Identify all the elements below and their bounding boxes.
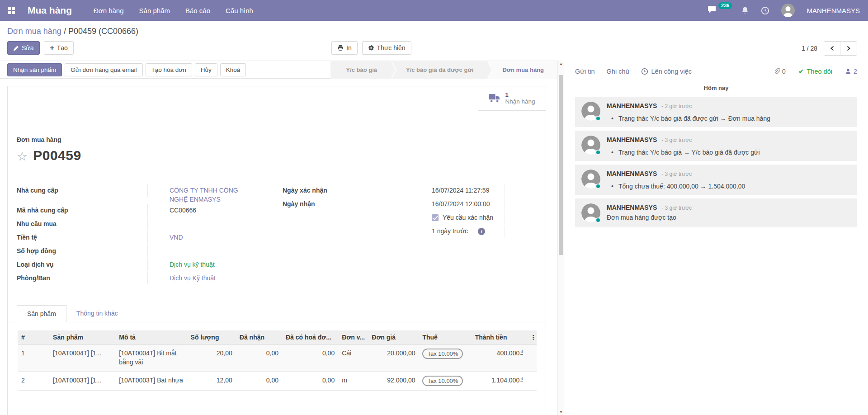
print-button[interactable]: In (331, 41, 358, 55)
username[interactable]: MANHENMASYS (807, 7, 860, 14)
cell-billed[interactable]: 0,00 (282, 344, 338, 372)
field-group-right: Ngày xác nhận 16/07/2024 11:27:59 Ngày n… (283, 184, 537, 285)
tab-products[interactable]: Sản phẩm (17, 305, 66, 322)
scrollbar-thumb[interactable] (559, 75, 563, 255)
vertical-scrollbar[interactable]: ▲ ▼ (557, 61, 564, 415)
col-uom[interactable]: Đơn v... (338, 330, 368, 344)
send-message-button[interactable]: Gửi tin (575, 68, 595, 75)
field-value-department[interactable]: Dịch vụ Kỹ thuật (148, 272, 271, 284)
cell-unit-price[interactable]: 92.000,00 (368, 371, 419, 390)
plus-icon: + (50, 44, 54, 52)
col-received[interactable]: Đã nhận (236, 330, 282, 344)
status-step-purchase-order[interactable]: Đơn mua hàng (487, 61, 557, 79)
message-author[interactable]: MANHENMASYS (607, 136, 657, 143)
table-row[interactable]: 1 [10AT0004T] [1... [10AT0004T] Bịt mắt … (18, 344, 537, 372)
field-group-left: Nhà cung cấp CÔNG TY TNHH CÔNG NGHỆ ENMA… (17, 184, 271, 285)
gear-icon (368, 45, 374, 51)
create-bill-button[interactable]: Tạo hóa đơn (146, 63, 192, 76)
cell-received[interactable]: 0,00 (236, 371, 282, 390)
field-label-purchase-need: Nhu cầu mua (17, 217, 148, 230)
receive-products-button[interactable]: Nhận sản phẩm (7, 63, 62, 76)
tab-other-info[interactable]: Thông tin khác (66, 305, 128, 322)
status-step-rfq-sent[interactable]: Y/c báo giá đã được gửi (391, 61, 487, 79)
confirm-reminder-checkbox[interactable] (432, 214, 439, 221)
pager-next-button[interactable] (840, 42, 857, 55)
table-row[interactable]: 2 [10AT0003T] [1... [10AT0003T] Bạt nhựa… (18, 371, 537, 390)
scroll-down-icon[interactable]: ▼ (558, 409, 564, 415)
messages-icon[interactable]: 236 (707, 5, 729, 15)
field-value-currency[interactable]: VND (148, 231, 271, 244)
menu-item-products[interactable]: Sản phẩm (139, 7, 170, 14)
stat-count: 1 (505, 91, 535, 98)
field-value-vendor[interactable]: CÔNG TY TNHH CÔNG NGHỆ ENMASYS (170, 184, 242, 204)
breadcrumb-current: / P00459 (CC00666) (61, 27, 138, 36)
tax-tag[interactable]: Tax 10.00% (422, 376, 463, 386)
cell-uom[interactable]: Cái (338, 344, 368, 372)
paperclip-icon (773, 68, 780, 75)
message-author[interactable]: MANHENMASYS (607, 204, 657, 211)
pager-prev-button[interactable] (824, 42, 840, 55)
cancel-button[interactable]: Hủy (195, 63, 217, 76)
col-subtotal[interactable]: Thành tiền (472, 330, 527, 344)
scroll-up-icon[interactable]: ▲ (558, 61, 564, 67)
check-icon: ✔ (798, 67, 804, 75)
message-avatar[interactable] (581, 170, 600, 189)
message-author[interactable]: MANHENMASYS (607, 102, 657, 109)
send-by-email-button[interactable]: Gửi đơn hàng qua email (65, 63, 142, 76)
schedule-activity-button[interactable]: Lên công việc (641, 68, 692, 75)
cell-description[interactable]: [10AT0004T] Bịt mắt bằng vải (115, 344, 187, 372)
col-index[interactable]: # (18, 330, 38, 344)
col-billed[interactable]: Đã có hoá đơ... (282, 330, 338, 344)
favorite-star-icon[interactable]: ☆ (17, 150, 28, 163)
app-title[interactable]: Mua hàng (28, 5, 72, 16)
statusbar: Nhận sản phẩm Gửi đơn hàng qua email Tạo… (0, 61, 557, 79)
receipts-stat-button[interactable]: 1 Nhận hàng (478, 86, 546, 111)
field-value-service-type[interactable]: Dịch vụ kỹ thuật (148, 258, 271, 271)
attachments-button[interactable]: 0 (773, 68, 786, 75)
field-value-confirm-date: 16/07/2024 11:27:59 (432, 184, 505, 197)
lock-button[interactable]: Khoá (220, 63, 246, 76)
col-unit-price[interactable]: Đơn giá (368, 330, 419, 344)
cell-product[interactable]: [10AT0003T] [1... (49, 371, 115, 390)
action-button[interactable]: Thực hiện (362, 41, 411, 55)
notifications-bell-icon[interactable] (741, 6, 749, 14)
cell-product[interactable]: [10AT0004T] [1... (49, 344, 115, 372)
cell-uom[interactable]: m (338, 371, 368, 390)
message-author[interactable]: MANHENMASYS (607, 170, 657, 177)
log-note-button[interactable]: Ghi chú (607, 68, 629, 75)
followers-person-icon (845, 68, 851, 75)
menu-item-config[interactable]: Cấu hình (226, 7, 253, 14)
cell-unit-price[interactable]: 20.000,00 (368, 344, 419, 372)
col-description[interactable]: Mô tả (115, 330, 187, 344)
edit-button[interactable]: Sửa (7, 41, 40, 55)
info-icon: i (478, 228, 485, 235)
menu-item-reports[interactable]: Báo cáo (185, 7, 210, 14)
online-status-dot (595, 150, 601, 155)
breadcrumb-link[interactable]: Đơn mua hàng (7, 27, 61, 36)
column-options-icon[interactable]: ⋮ (527, 330, 537, 344)
cell-description[interactable]: [10AT0003T] Bạt nhựa (115, 371, 187, 390)
user-avatar[interactable] (781, 4, 795, 17)
cell-received[interactable]: 0,00 (236, 344, 282, 372)
status-step-rfq[interactable]: Y/c báo giá (330, 61, 391, 79)
col-product[interactable]: Sản phẩm (49, 330, 115, 344)
top-navbar: Mua hàng Đơn hàng Sản phẩm Báo cáo Cấu h… (0, 0, 868, 21)
message-avatar[interactable] (581, 203, 600, 222)
followers-button[interactable]: 2 (845, 68, 857, 75)
col-quantity[interactable]: Số lượng (187, 330, 236, 344)
online-status-dot (595, 217, 601, 223)
tax-tag[interactable]: Tax 10.00% (422, 349, 463, 359)
currency-symbol: ₫ (520, 377, 523, 382)
cell-quantity[interactable]: 12,00 (187, 371, 236, 390)
cell-quantity[interactable]: 20,00 (187, 344, 236, 372)
menu-item-orders[interactable]: Đơn hàng (94, 7, 124, 14)
message-avatar[interactable] (581, 102, 600, 121)
message-avatar[interactable] (581, 136, 600, 155)
create-button[interactable]: + Tạo (44, 41, 73, 55)
cell-billed[interactable]: 0,00 (282, 371, 338, 390)
col-taxes[interactable]: Thuế (419, 330, 471, 344)
apps-menu-icon[interactable] (8, 7, 15, 14)
activities-clock-icon[interactable] (761, 6, 769, 15)
reminder-value[interactable]: 1 ngày trước (432, 227, 468, 235)
follow-button[interactable]: ✔ Theo dõi (798, 67, 832, 75)
